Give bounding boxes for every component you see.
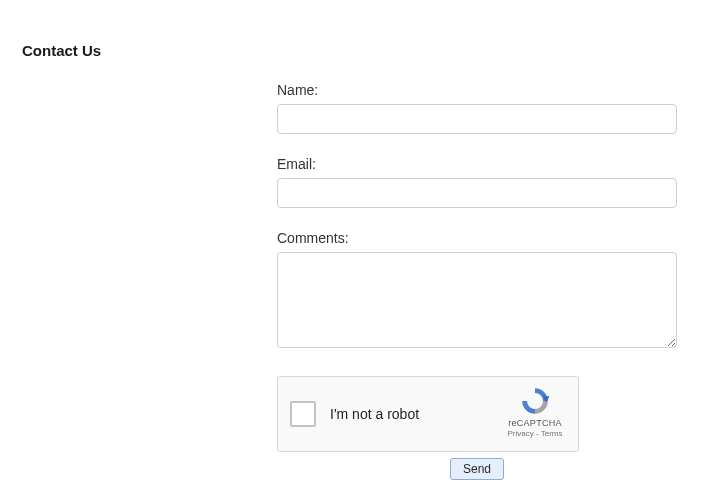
send-button[interactable]: Send (450, 458, 504, 480)
email-field-block: Email: (277, 156, 677, 208)
email-label: Email: (277, 156, 677, 172)
name-input[interactable] (277, 104, 677, 134)
recaptcha-separator: - (534, 429, 541, 438)
recaptcha-icon (518, 385, 552, 417)
recaptcha-branding: reCAPTCHA Privacy - Terms (502, 385, 568, 438)
send-row: Send (277, 458, 677, 480)
name-label: Name: (277, 82, 677, 98)
email-input[interactable] (277, 178, 677, 208)
recaptcha-brand-text: reCAPTCHA (502, 418, 568, 428)
recaptcha-terms-link[interactable]: Terms (541, 429, 563, 438)
recaptcha-checkbox[interactable] (290, 401, 316, 427)
recaptcha-widget: I'm not a robot reCAPTCHA Privacy - Term… (277, 376, 579, 452)
recaptcha-label: I'm not a robot (330, 406, 419, 422)
comments-field-block: Comments: (277, 230, 677, 352)
name-field-block: Name: (277, 82, 677, 134)
comments-input[interactable] (277, 252, 677, 348)
page-title: Contact Us (22, 42, 101, 59)
contact-form: Name: Email: Comments: I'm not a robot r… (277, 82, 677, 480)
recaptcha-privacy-link[interactable]: Privacy (508, 429, 534, 438)
comments-label: Comments: (277, 230, 677, 246)
recaptcha-links: Privacy - Terms (502, 429, 568, 438)
